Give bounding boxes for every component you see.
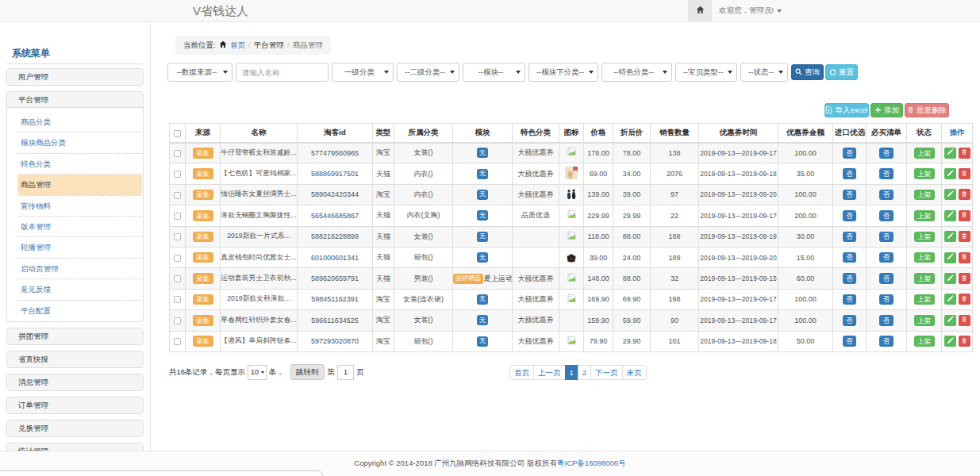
pager-button[interactable]: 1 bbox=[565, 365, 578, 380]
delete-button[interactable] bbox=[959, 189, 970, 200]
edit-button[interactable] bbox=[944, 294, 956, 305]
pager-button[interactable]: 首页 bbox=[509, 365, 534, 380]
sidebar-group-toggle[interactable]: 消息管理 bbox=[7, 374, 143, 390]
column-header-module: 模块 bbox=[453, 124, 513, 143]
add-button[interactable]: 添加 bbox=[870, 103, 903, 117]
horizontal-scrollbar-thumb[interactable] bbox=[0, 470, 323, 476]
filter-select[interactable]: --二级分类-- bbox=[397, 63, 459, 82]
edit-button[interactable] bbox=[944, 315, 956, 326]
edit-button[interactable] bbox=[944, 336, 956, 347]
delete-button[interactable] bbox=[959, 336, 970, 347]
sidebar-link[interactable]: 版本管理 bbox=[17, 217, 142, 236]
module-badge: 无 bbox=[477, 336, 488, 347]
edit-button[interactable] bbox=[944, 210, 956, 221]
delete-button[interactable] bbox=[959, 252, 970, 263]
name-search-input[interactable] bbox=[236, 63, 328, 81]
cell-dprice: 29.90 bbox=[613, 331, 651, 351]
delete-button[interactable] bbox=[959, 148, 970, 159]
filter-select[interactable]: --模块下分类-- bbox=[528, 63, 598, 82]
sidebar-group-toggle[interactable]: 订单管理 bbox=[7, 397, 143, 413]
sidebar-submenu-item: 模块商品分类 bbox=[17, 132, 142, 153]
cell-source: 采集 bbox=[186, 247, 221, 267]
select-all-checkbox[interactable] bbox=[174, 130, 181, 137]
sidebar-group-toggle[interactable]: 兑换管理 bbox=[7, 420, 143, 436]
row-checkbox[interactable] bbox=[174, 192, 181, 199]
row-checkbox[interactable] bbox=[174, 296, 181, 303]
navbar-home-button[interactable] bbox=[688, 0, 712, 21]
sidebar-link[interactable]: 商品分类 bbox=[17, 112, 142, 132]
breadcrumb-home-link[interactable]: 首页 bbox=[230, 40, 245, 49]
edit-button[interactable] bbox=[944, 273, 956, 284]
batch-delete-button[interactable]: 批量删除 bbox=[905, 103, 949, 117]
sidebar-link[interactable]: 平台配置 bbox=[17, 301, 142, 321]
module-badge: 无 bbox=[477, 294, 488, 305]
sidebar-group-toggle[interactable]: 用户管理 bbox=[7, 69, 143, 85]
pager-button[interactable]: 2 bbox=[578, 365, 591, 380]
edit-button[interactable] bbox=[944, 168, 956, 179]
pager-button[interactable]: 下一页 bbox=[590, 365, 623, 380]
broken-image-icon bbox=[567, 147, 577, 159]
sidebar-link[interactable]: 启动页管理 bbox=[17, 259, 142, 278]
filter-select[interactable]: --特色分类-- bbox=[601, 63, 672, 82]
reset-button[interactable]: 重置 bbox=[825, 64, 858, 80]
delete-button[interactable] bbox=[959, 231, 970, 242]
row-checkbox[interactable] bbox=[174, 171, 181, 178]
sidebar-group-toggle[interactable]: 拼团管理 bbox=[7, 328, 143, 344]
sidebar-link[interactable]: 宣传物料 bbox=[17, 196, 142, 216]
cell-import: 否 bbox=[833, 268, 867, 289]
broken-image-icon bbox=[567, 294, 577, 305]
delete-button[interactable] bbox=[959, 210, 970, 221]
delete-button[interactable] bbox=[959, 315, 970, 326]
sidebar-link[interactable]: 特色分类 bbox=[17, 154, 142, 174]
user-dropdown[interactable]: 欢迎您，管理员! bbox=[712, 0, 789, 21]
sidebar-link[interactable]: 轮播管理 bbox=[17, 237, 142, 257]
edit-button[interactable] bbox=[944, 231, 956, 242]
sidebar-link[interactable]: 模块商品分类 bbox=[17, 132, 142, 152]
row-checkbox[interactable] bbox=[174, 275, 181, 282]
import-excel-button[interactable]: 导入excel bbox=[824, 103, 869, 117]
cell-name: 【七色纺】可爱纯棉家... bbox=[221, 163, 298, 184]
cell-price: 79.90 bbox=[584, 331, 613, 351]
sidebar-link[interactable]: 商品管理 bbox=[17, 175, 142, 194]
jump-page-input[interactable] bbox=[337, 365, 354, 380]
cell-price: 69.00 bbox=[584, 163, 613, 184]
jump-button[interactable]: 跳转到 bbox=[290, 364, 325, 380]
page-size-select[interactable]: 10 bbox=[248, 365, 267, 380]
cell-type: 天猫 bbox=[373, 226, 394, 247]
import-badge: 否 bbox=[843, 273, 857, 284]
delete-button[interactable] bbox=[959, 273, 970, 284]
row-checkbox[interactable] bbox=[174, 338, 181, 345]
query-button[interactable]: 查询 bbox=[791, 64, 824, 80]
sidebar-submenu-item: 意见反馈 bbox=[17, 279, 142, 300]
row-checkbox[interactable] bbox=[174, 213, 181, 220]
delete-button[interactable] bbox=[959, 294, 970, 305]
sidebar-group-toggle[interactable]: 平台管理 bbox=[7, 92, 143, 108]
cell-icon bbox=[559, 226, 584, 247]
pager-button[interactable]: 末页 bbox=[622, 365, 647, 380]
filter-select[interactable]: --数据来源-- bbox=[167, 63, 233, 82]
row-checkbox[interactable] bbox=[174, 255, 181, 262]
sidebar-group-toggle[interactable]: 省直快报 bbox=[7, 351, 143, 367]
edit-button[interactable] bbox=[944, 252, 956, 263]
cell-dprice: 69.90 bbox=[613, 289, 651, 309]
cell-module: 无 bbox=[453, 184, 513, 205]
row-checkbox[interactable] bbox=[174, 150, 181, 157]
trash-icon bbox=[961, 148, 967, 157]
edit-button[interactable] bbox=[944, 189, 956, 200]
sidebar-link[interactable]: 意见反馈 bbox=[17, 279, 142, 299]
pagination-bar: 共16条记录，每页显示 10 条， 跳转到 第 页 首页上一页12下一页末页 bbox=[169, 362, 972, 379]
edit-button[interactable] bbox=[944, 148, 956, 159]
chevron-down-icon bbox=[589, 71, 594, 74]
delete-button[interactable] bbox=[959, 168, 970, 179]
filter-select[interactable]: --状态-- bbox=[740, 63, 788, 82]
filter-select[interactable]: --模块-- bbox=[463, 63, 525, 82]
cell-name: 2019新款一片式系... bbox=[221, 226, 298, 247]
filter-select[interactable]: 一级分类 bbox=[332, 63, 394, 82]
row-checkbox[interactable] bbox=[174, 317, 181, 324]
filter-select[interactable]: --宝贝类型-- bbox=[675, 63, 737, 82]
cell-price: 118.00 bbox=[584, 226, 613, 247]
icp-link[interactable]: 粤ICP备16098006号 bbox=[557, 459, 626, 467]
column-header-import: 进口优选 bbox=[833, 124, 867, 143]
pager-button[interactable]: 上一页 bbox=[533, 365, 566, 380]
row-checkbox[interactable] bbox=[174, 233, 181, 240]
